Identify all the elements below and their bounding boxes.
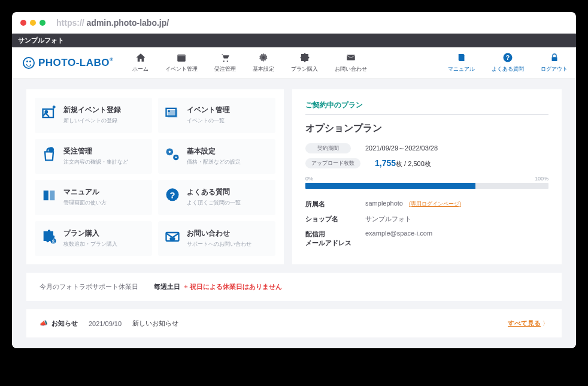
nav-label: ホーム (132, 65, 148, 73)
svg-rect-5 (347, 55, 356, 61)
upload-used: 1,755 (375, 158, 396, 168)
logo-text: PHOTO-LABO (38, 57, 110, 68)
svg-text:?: ? (506, 54, 510, 61)
url-prefix: https:// (56, 18, 87, 28)
main-content: 新規イベント登録新しいイベントの登録 イベント管理イベントの一覧 受注管理注文内… (12, 79, 576, 348)
nav-label: 受注管理 (214, 65, 236, 73)
svg-rect-8 (551, 57, 557, 61)
lock-icon (549, 52, 560, 63)
nav-home[interactable]: ホーム (124, 47, 157, 78)
dashboard-cards: 新規イベント登録新しいイベントの登録 イベント管理イベントの一覧 受注管理注文内… (26, 89, 284, 264)
card-new-event[interactable]: 新規イベント登録新しいイベントの登録 (35, 98, 152, 133)
minimize-dot[interactable] (30, 20, 36, 26)
card-orders[interactable]: 受注管理注文内容の確認・集計など (35, 139, 152, 174)
card-contact[interactable]: お問い合わせサポートへのお問い合わせ (158, 221, 275, 257)
card-event-manage[interactable]: イベント管理イベントの一覧 (158, 98, 275, 133)
svg-point-14 (49, 147, 53, 152)
nav-settings[interactable]: 基本設定 (244, 47, 283, 78)
card-subtitle: サポートへのお問い合わせ (187, 240, 251, 248)
support-label: 今月のフォトラボサポート休業日 (40, 282, 138, 291)
card-manual[interactable]: マニュアル管理画面の使い方 (35, 180, 152, 215)
close-dot[interactable] (20, 20, 26, 26)
period-badge: 契約期間 (305, 143, 351, 153)
maximize-dot[interactable] (40, 20, 46, 26)
gears-icon (164, 146, 181, 163)
svg-text:?: ? (169, 190, 175, 200)
support-day: 毎週土日 (154, 283, 180, 290)
card-title: 受注管理 (63, 146, 128, 156)
nav-logout[interactable]: ログアウト (532, 47, 576, 78)
affiliation-value: samplephoto (365, 200, 403, 207)
news-date: 2021/09/10 (89, 320, 122, 327)
upload-total: 2,500枚 (408, 160, 431, 167)
book-open-icon (41, 187, 57, 204)
login-page-link[interactable]: (専用ログインページ) (409, 201, 461, 207)
news-banner: 📣お知らせ 2021/09/10 新しいお知らせ すべて見る〉 (26, 309, 562, 337)
support-note: 祝日による休業日はありません (190, 283, 282, 290)
news-link-text: すべて見る (508, 319, 541, 327)
news-title: お知らせ (51, 319, 78, 328)
main-nav: ホーム イベント管理 受注管理 基本設定 プラン購入 お問い合わせ (124, 47, 440, 78)
logo[interactable]: PHOTO-LABO® (12, 51, 124, 75)
email-value: example@space-i.com (365, 230, 432, 248)
nav-label: マニュアル (448, 65, 475, 73)
puzzle-dollar-icon: $ (41, 228, 57, 245)
card-title: イベント管理 (187, 105, 230, 115)
card-title: お問い合わせ (187, 228, 251, 239)
period-value: 2021/09/29～2022/03/28 (365, 144, 438, 153)
upload-sep: 枚 / (396, 160, 408, 167)
main-header: PHOTO-LABO® ホーム イベント管理 受注管理 基本設定 プラン購入 (12, 47, 576, 79)
url-bar: https:// admin.photo-labo.jp/ (56, 18, 169, 28)
megaphone-icon: 📣 (40, 319, 48, 327)
card-subtitle: 新しいイベントの登録 (63, 117, 121, 125)
url-path: admin.photo-labo.jp/ (87, 18, 169, 28)
shop-name: サンプルフォト (18, 37, 64, 44)
upload-badge: アップロード枚数 (305, 158, 360, 168)
nav-contact[interactable]: お問い合わせ (326, 47, 375, 78)
card-settings[interactable]: 基本設定価格・配送などの設定 (158, 139, 275, 174)
nav-label: よくある質問 (492, 65, 524, 73)
card-subtitle: よく頂くご質問の一覧 (187, 199, 241, 207)
puzzle-icon (299, 52, 310, 63)
gear-icon (258, 52, 269, 63)
nav-orders[interactable]: 受注管理 (206, 47, 244, 78)
nav-manual[interactable]: マニュアル (440, 47, 483, 78)
mail-icon (345, 52, 356, 63)
card-subtitle: 枚数追加・プラン購入 (63, 240, 117, 248)
chevron-right-icon: 〉 (542, 320, 548, 327)
nav-label: ログアウト (541, 65, 568, 73)
shop-label: ショップ名 (305, 215, 365, 224)
nav-events[interactable]: イベント管理 (157, 47, 206, 78)
nav-label: イベント管理 (165, 65, 198, 73)
svg-point-2 (223, 61, 225, 62)
plan-panel: ご契約中のプラン オプションプラン 契約期間 2021/09/29～2022/0… (292, 89, 562, 264)
card-title: よくある質問 (187, 187, 241, 197)
svg-point-3 (227, 61, 228, 62)
card-subtitle: 注文内容の確認・集計など (63, 158, 128, 166)
calendar-icon (176, 52, 187, 63)
card-plan-purchase[interactable]: $ プラン購入枚数追加・プラン購入 (35, 221, 152, 257)
home-icon (135, 52, 146, 63)
shop-top-bar: サンプルフォト (12, 34, 576, 47)
support-plus: + (184, 283, 187, 290)
card-faq[interactable]: ? よくある質問よく頂くご質問の一覧 (158, 180, 275, 215)
book-icon (456, 52, 467, 63)
nav-faq[interactable]: ? よくある質問 (483, 47, 532, 78)
progress-max: 100% (535, 176, 548, 182)
progress-min: 0% (305, 176, 313, 182)
shopping-bag-icon (41, 146, 57, 163)
news-all-link[interactable]: すべて見る〉 (508, 319, 548, 328)
card-title: マニュアル (63, 187, 107, 197)
support-banner: 今月のフォトラボサポート休業日 毎週土日 + 祝日による休業日はありません (26, 273, 562, 301)
image-plus-icon (41, 105, 57, 122)
mail-heart-icon (164, 228, 181, 245)
card-title: プラン購入 (63, 228, 117, 239)
plan-header: ご契約中のプラン (305, 100, 548, 115)
card-subtitle: イベントの一覧 (187, 117, 230, 125)
nav-label: お問い合わせ (335, 65, 367, 73)
images-icon (164, 105, 181, 122)
nav-plan[interactable]: プラン購入 (283, 47, 326, 78)
question-bubble-icon: ? (164, 187, 181, 204)
window-controls (20, 20, 46, 26)
card-title: 新規イベント登録 (63, 105, 121, 115)
